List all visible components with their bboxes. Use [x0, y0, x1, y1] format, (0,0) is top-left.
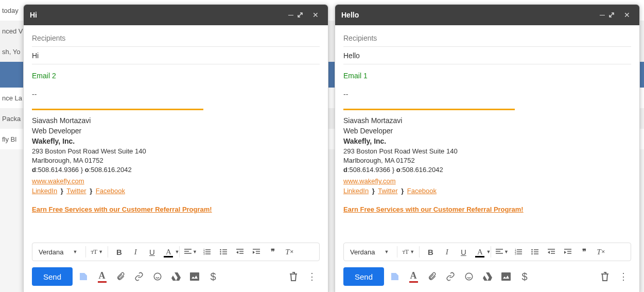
bulleted-list-button[interactable] — [527, 245, 543, 259]
signature-separator: -- — [343, 90, 631, 98]
align-button[interactable]: ▼ — [183, 245, 198, 259]
signature-role: Web Developer — [343, 127, 631, 135]
bold-button[interactable]: B — [111, 245, 127, 259]
linkedin-link[interactable]: LinkedIn — [343, 187, 369, 195]
font-size-button[interactable]: тT▼ — [401, 245, 416, 259]
body-greeting: Email 1 — [343, 72, 631, 80]
remove-formatting-button[interactable]: T✕ — [593, 245, 608, 259]
svg-point-4 — [220, 251, 222, 253]
attach-icon[interactable] — [424, 269, 440, 284]
quote-button[interactable]: ❞ — [577, 245, 592, 259]
recipients-row[interactable] — [343, 29, 631, 47]
facebook-link[interactable]: Facebook — [407, 187, 437, 195]
italic-button[interactable]: I — [128, 245, 143, 259]
linkedin-link[interactable]: LinkedIn — [32, 187, 57, 195]
svg-text:3: 3 — [203, 252, 205, 255]
indent-more-button[interactable] — [560, 245, 576, 259]
header-fields — [335, 25, 639, 64]
image-icon[interactable] — [498, 269, 514, 284]
trash-icon[interactable] — [286, 269, 301, 284]
trash-icon[interactable] — [597, 269, 613, 284]
svg-point-5 — [220, 253, 222, 255]
subject-input[interactable] — [32, 51, 320, 60]
italic-button[interactable]: I — [439, 245, 455, 259]
signature-rule — [343, 109, 515, 110]
font-name: Verdana — [39, 248, 63, 256]
label-icon[interactable] — [387, 269, 403, 284]
text-color-button[interactable]: A▼ — [472, 245, 488, 259]
signature-name: Siavash Mortazavi — [32, 116, 320, 125]
popout-icon[interactable] — [608, 12, 621, 18]
numbered-list-button[interactable]: 123 — [199, 245, 215, 259]
close-icon[interactable]: ✕ — [309, 11, 322, 19]
twitter-link[interactable]: Twitter — [66, 187, 86, 195]
popout-icon[interactable] — [297, 12, 309, 18]
bg-text: sh, Yo — [2, 48, 20, 56]
minimize-icon[interactable]: ─ — [596, 11, 608, 19]
more-icon[interactable]: ⋮ — [304, 269, 320, 284]
body-greeting: Email 2 — [32, 72, 320, 80]
emoji-icon[interactable] — [461, 269, 477, 284]
subject-row[interactable] — [343, 47, 631, 64]
facebook-link[interactable]: Facebook — [96, 187, 125, 195]
more-icon[interactable]: ⋮ — [616, 269, 631, 284]
compose-body[interactable]: Email 1 -- Siavash Mortazavi Web Develop… — [335, 64, 639, 239]
close-icon[interactable]: ✕ — [621, 11, 633, 19]
titlebar[interactable]: Hello ─ ✕ — [335, 5, 639, 25]
recipients-input[interactable] — [343, 34, 631, 42]
send-button[interactable]: Send — [343, 267, 384, 286]
font-size-button[interactable]: тT▼ — [89, 245, 105, 259]
link-icon[interactable] — [443, 269, 458, 284]
compose-body[interactable]: Email 2 -- Siavash Mortazavi Web Develop… — [24, 64, 328, 239]
signature-phone: d:508.614.9366 } o:508.616.2042 — [32, 166, 320, 174]
font-name: Verdana — [350, 248, 375, 256]
bg-text: Packa — [2, 115, 21, 123]
send-button[interactable]: Send — [32, 267, 73, 286]
money-icon[interactable]: $ — [205, 269, 221, 284]
chevron-down-icon: ▼ — [384, 249, 389, 254]
signature-website-link[interactable]: www.wakefly.com — [343, 177, 396, 185]
indent-less-button[interactable] — [544, 245, 559, 259]
text-color-button[interactable]: A▼ — [161, 245, 176, 259]
align-button[interactable]: ▼ — [494, 245, 510, 259]
attach-icon[interactable] — [113, 269, 128, 284]
signature-role: Web Developer — [32, 127, 320, 135]
image-icon[interactable] — [187, 269, 202, 284]
twitter-link[interactable]: Twitter — [378, 187, 397, 195]
bg-text: nced V — [2, 27, 23, 35]
indent-less-button[interactable] — [232, 245, 248, 259]
remove-formatting-button[interactable]: T✕ — [282, 245, 297, 259]
underline-button[interactable]: U — [456, 245, 471, 259]
bg-text: fly Bl — [2, 135, 16, 143]
svg-point-13 — [532, 253, 533, 255]
recipients-row[interactable] — [32, 29, 320, 47]
label-icon[interactable] — [76, 269, 91, 284]
minimize-icon[interactable]: ─ — [285, 11, 297, 19]
referral-link[interactable]: Earn Free Services with our Customer Ref… — [32, 205, 212, 213]
svg-point-11 — [532, 249, 533, 251]
bulleted-list-button[interactable] — [216, 245, 231, 259]
titlebar[interactable]: Hi ─ ✕ — [24, 5, 328, 25]
underline-button[interactable]: U — [144, 245, 160, 259]
bold-button[interactable]: B — [423, 245, 438, 259]
drive-icon[interactable] — [480, 269, 495, 284]
drive-icon[interactable] — [168, 269, 184, 284]
quote-button[interactable]: ❞ — [265, 245, 281, 259]
font-picker[interactable]: Verdana ▼ — [36, 248, 82, 256]
signature-socials: LinkedIn } Twitter } Facebook — [343, 187, 631, 195]
money-icon[interactable]: $ — [517, 269, 532, 284]
subject-row[interactable] — [32, 47, 320, 64]
signature-website-link[interactable]: www.wakefly.com — [32, 177, 84, 185]
subject-input[interactable] — [343, 51, 631, 60]
recipients-input[interactable] — [32, 34, 320, 42]
text-format-icon[interactable]: A — [406, 269, 421, 284]
numbered-list-button[interactable]: 123 — [511, 245, 526, 259]
signature-rule — [32, 109, 203, 110]
header-fields — [24, 25, 328, 64]
text-format-icon[interactable]: A — [94, 269, 110, 284]
font-picker[interactable]: Verdana ▼ — [347, 248, 394, 256]
link-icon[interactable] — [131, 269, 147, 284]
referral-link[interactable]: Earn Free Services with our Customer Ref… — [343, 205, 524, 213]
indent-more-button[interactable] — [249, 245, 264, 259]
emoji-icon[interactable] — [150, 269, 165, 284]
